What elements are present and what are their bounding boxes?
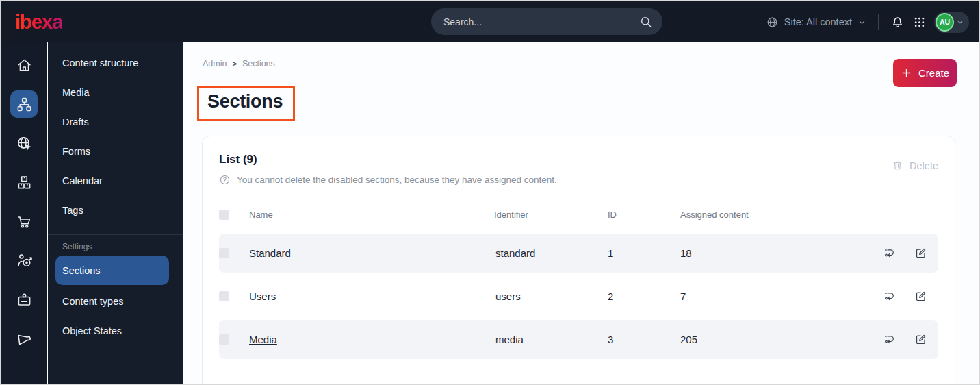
- breadcrumb: Admin > Sections: [183, 42, 979, 69]
- plus-icon: [901, 67, 912, 79]
- search-bar[interactable]: [431, 8, 662, 35]
- row-checkbox[interactable]: [219, 291, 229, 301]
- column-header-id: ID: [608, 210, 680, 220]
- assign-content-icon[interactable]: [883, 333, 896, 346]
- rail-item-site[interactable]: [10, 129, 38, 157]
- breadcrumb-admin[interactable]: Admin: [203, 59, 227, 69]
- rail-item-marketing[interactable]: [10, 325, 38, 352]
- topbar-right-cluster: Site: All context: [766, 12, 979, 33]
- section-identifier: users: [494, 290, 608, 302]
- main-content: Admin > Sections Create Sections List (9…: [183, 42, 979, 384]
- apps-grid-icon: [914, 16, 925, 28]
- user-menu[interactable]: AU: [934, 12, 969, 33]
- section-name-link[interactable]: Media: [249, 334, 494, 345]
- row-checkbox[interactable]: [219, 248, 229, 258]
- search-input[interactable]: [443, 16, 639, 27]
- topbar-divider: [878, 14, 879, 30]
- notifications-button[interactable]: [890, 15, 905, 29]
- boxes-icon: [16, 174, 33, 191]
- section-id: 2: [608, 290, 680, 302]
- sidebar-item-sections[interactable]: Sections: [55, 256, 169, 285]
- row-actions: [873, 290, 938, 303]
- avatar: AU: [936, 13, 954, 32]
- rail-item-content[interactable]: [10, 90, 38, 118]
- home-icon: [16, 57, 33, 74]
- row-actions: [873, 247, 938, 260]
- search-icon[interactable]: [639, 15, 653, 29]
- table-row: Media media 3 205: [219, 320, 938, 359]
- person-target-icon: [16, 252, 33, 269]
- topbar: ibexa Site: All context: [1, 1, 979, 42]
- create-button[interactable]: Create: [893, 59, 957, 87]
- column-header-assigned-content: Assigned content: [680, 210, 873, 220]
- section-assigned-content: 7: [680, 290, 873, 302]
- sidebar-menu: Content structure Media Drafts Forms Cal…: [48, 42, 183, 384]
- rail-item-products[interactable]: [10, 169, 38, 196]
- sections-list-card: List (9) You cannot delete the disabled …: [202, 136, 955, 384]
- list-title: List (9): [219, 153, 938, 166]
- apps-menu-button[interactable]: [914, 16, 925, 28]
- chevron-down-icon: [858, 18, 866, 27]
- page-title: Sections: [207, 91, 283, 112]
- list-help-text: You cannot delete the disabled sections,…: [237, 175, 557, 185]
- list-help: You cannot delete the disabled sections,…: [219, 174, 938, 186]
- sidebar-item-object-states[interactable]: Object States: [48, 316, 183, 345]
- icon-rail: [1, 42, 47, 384]
- megaphone-icon: [16, 330, 33, 347]
- site-context-label: Site: All context: [784, 16, 852, 27]
- section-assigned-content: 205: [680, 334, 873, 345]
- table-row: Users users 2 7: [219, 277, 938, 316]
- table-row: Standard standard 1 18: [219, 234, 938, 273]
- section-name-link[interactable]: Standard: [249, 247, 494, 259]
- section-name-link[interactable]: Users: [249, 290, 494, 302]
- site-context-selector[interactable]: Site: All context: [766, 16, 866, 29]
- breadcrumb-separator: >: [232, 60, 236, 68]
- rail-item-customers[interactable]: [10, 286, 38, 313]
- section-id: 3: [608, 334, 680, 345]
- menu-divider: [48, 234, 183, 235]
- rail-item-personalization[interactable]: [10, 247, 38, 274]
- rail-item-home[interactable]: [10, 51, 38, 79]
- delete-button-label: Delete: [910, 160, 938, 171]
- sidebar-item-forms[interactable]: Forms: [48, 136, 183, 166]
- sidebar-item-content-types[interactable]: Content types: [48, 286, 183, 316]
- select-all-checkbox[interactable]: [219, 210, 229, 220]
- cart-icon: [16, 213, 33, 230]
- table-header: Name Identifier ID Assigned content: [219, 199, 938, 229]
- chevron-down-icon: [956, 18, 964, 26]
- bell-icon: [890, 15, 905, 29]
- edit-icon[interactable]: [914, 247, 927, 260]
- sidebar-item-drafts[interactable]: Drafts: [48, 107, 183, 136]
- rail-item-commerce[interactable]: [10, 208, 38, 235]
- section-assigned-content: 18: [680, 247, 873, 259]
- sitemap-icon: [16, 96, 33, 113]
- row-actions: [873, 333, 938, 346]
- breadcrumb-sections[interactable]: Sections: [242, 59, 275, 69]
- assign-content-icon[interactable]: [883, 247, 896, 260]
- section-identifier: media: [494, 334, 608, 345]
- edit-icon[interactable]: [914, 290, 927, 303]
- sidebar-item-media[interactable]: Media: [48, 77, 183, 107]
- row-checkbox[interactable]: [219, 334, 229, 345]
- assign-content-icon[interactable]: [883, 290, 896, 303]
- section-identifier: standard: [494, 247, 608, 259]
- trash-icon: [892, 160, 903, 171]
- globe-icon: [766, 16, 779, 29]
- column-header-name: Name: [249, 210, 494, 220]
- globe-cursor-icon: [16, 135, 33, 152]
- delete-button[interactable]: Delete: [892, 160, 938, 171]
- sidebar-item-content-structure[interactable]: Content structure: [48, 48, 183, 77]
- settings-group-label: Settings: [48, 242, 183, 251]
- create-button-label: Create: [918, 67, 949, 79]
- annotation-highlight-box: Sections: [197, 86, 295, 121]
- id-badge-icon: [16, 291, 33, 308]
- column-header-identifier: Identifier: [494, 210, 608, 220]
- ibexa-logo[interactable]: ibexa: [15, 10, 62, 34]
- app-window: ibexa Site: All context: [0, 0, 980, 385]
- question-circle-icon: [219, 174, 231, 186]
- sidebar-item-tags[interactable]: Tags: [48, 195, 183, 225]
- edit-icon[interactable]: [914, 333, 927, 346]
- sidebar-item-calendar[interactable]: Calendar: [48, 166, 183, 195]
- section-id: 1: [608, 247, 680, 259]
